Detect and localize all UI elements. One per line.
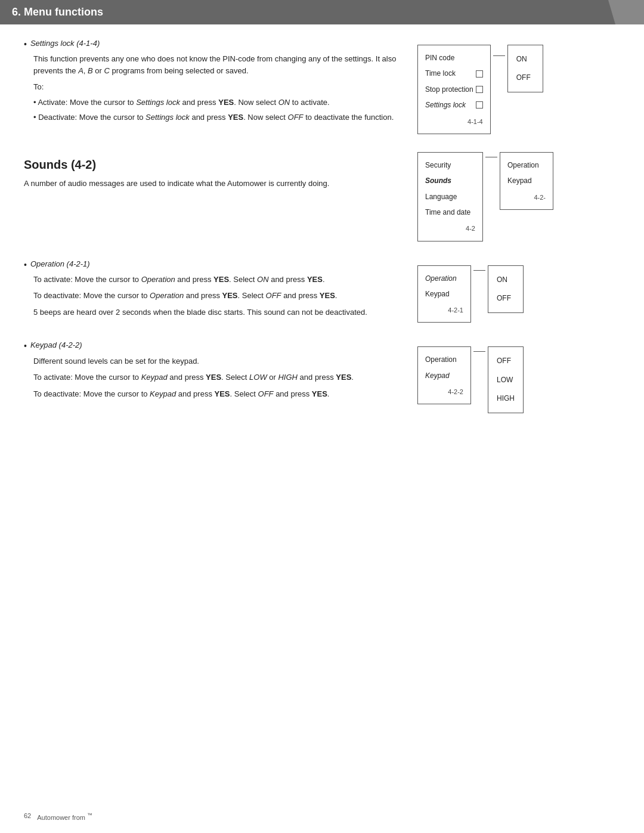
sounds-section: Sounds (4-2) A number of audio messages …	[24, 152, 620, 241]
sounds-submenu: Operation Keypad 4-2-	[500, 152, 553, 210]
kp-item-keypad: Keypad	[425, 368, 463, 383]
page-header: 6. Menu functions	[0, 0, 644, 24]
operation-options: ON OFF	[488, 265, 524, 313]
settings-lock-intro: This function prevents any one who does …	[33, 53, 405, 76]
settings-lock-heading: Settings lock (4-1-4)	[24, 39, 405, 49]
page-title: 6. Menu functions	[12, 6, 103, 18]
submenu-item-operation: Operation	[507, 157, 546, 173]
menu-item-stop-protection: Stop protection	[425, 82, 483, 97]
menu-item-time-and-date: Time and date	[425, 205, 475, 220]
sounds-intro: A number of audio messages are used to i…	[24, 178, 405, 190]
deactivate-instruction: Deactivate: Move the cursor to Settings …	[33, 112, 405, 123]
sounds-menu-diagram: Security Sounds Language Time and date 4…	[417, 152, 553, 241]
menu-code-421: 4-2-1	[425, 303, 463, 317]
operation-menu-box: Operation Keypad 4-2-1	[417, 265, 471, 323]
options-box-421: ON OFF	[488, 265, 524, 313]
options-box-422: OFF LOW HIGH	[488, 346, 524, 413]
op-item-operation: Operation	[425, 271, 463, 286]
op-item-keypad: Keypad	[425, 286, 463, 302]
operation-para2: To deactivate: Move the cursor to Operat…	[33, 290, 405, 302]
operation-text: Operation (4-2-1) To activate: Move the …	[24, 259, 405, 323]
page-footer: 62 Automower from ™	[24, 812, 92, 821]
settings-lock-menu-diagram: PIN code Time lock Stop protection Setti…	[417, 45, 543, 134]
option-on-421: ON	[497, 271, 515, 289]
menu-item-sounds: Sounds	[425, 173, 475, 188]
operation-heading: Operation (4-2-1)	[24, 259, 405, 270]
keypad-para1: Different sound levels can be set for th…	[33, 355, 405, 367]
operation-para1: To activate: Move the cursor to Operatio…	[33, 274, 405, 286]
option-on: ON	[516, 50, 534, 69]
kp-item-operation: Operation	[425, 352, 463, 367]
settings-lock-text: Settings lock (4-1-4) This function prev…	[24, 39, 405, 127]
page-number: 62	[24, 812, 31, 821]
menu-code-414: 4-1-4	[425, 114, 483, 129]
keypad-options: OFF LOW HIGH	[488, 346, 524, 413]
footer-text: Automower from ™	[37, 812, 92, 821]
keypad-para2: To activate: Move the cursor to Keypad a…	[33, 371, 405, 383]
menu-item-settings-lock: Settings lock	[425, 97, 483, 113]
keypad-section: Keypad (4-2-2) Different sound levels ca…	[24, 340, 620, 413]
operation-diagram: Operation Keypad 4-2-1 ON OFF	[417, 259, 620, 323]
sounds-submenu-box: Operation Keypad 4-2-	[500, 152, 553, 210]
to-label: To:	[33, 81, 405, 93]
submenu-item-keypad: Keypad	[507, 173, 546, 188]
operation-menu-diagram: Operation Keypad 4-2-1 ON OFF	[417, 265, 524, 323]
settings-lock-checkbox	[476, 101, 483, 109]
menu-item-time-lock: Time lock	[425, 66, 483, 81]
operation-para3: 5 beeps are heard over 2 seconds when th…	[33, 306, 405, 318]
option-high-422: HIGH	[497, 389, 515, 408]
settings-lock-options: ON OFF	[507, 45, 543, 92]
sounds-menu-box: Security Sounds Language Time and date 4…	[417, 152, 483, 241]
menu-code-422: 4-2-2	[425, 385, 463, 399]
time-lock-checkbox	[476, 70, 483, 78]
options-box-onoff: ON OFF	[507, 45, 543, 92]
menu-item-language: Language	[425, 189, 475, 205]
keypad-text: Keypad (4-2-2) Different sound levels ca…	[24, 340, 405, 404]
connector-414	[493, 45, 505, 56]
operation-section: Operation (4-2-1) To activate: Move the …	[24, 259, 620, 323]
activate-instruction: Activate: Move the cursor to Settings lo…	[33, 97, 405, 109]
keypad-menu-box: Operation Keypad 4-2-2	[417, 346, 471, 404]
settings-lock-diagram: PIN code Time lock Stop protection Setti…	[417, 39, 620, 134]
keypad-heading: Keypad (4-2-2)	[24, 340, 405, 351]
option-off: OFF	[516, 69, 534, 87]
menu-item-pin-code: PIN code	[425, 50, 483, 66]
keypad-diagram: Operation Keypad 4-2-2 OFF LOW	[417, 340, 620, 413]
connector-422	[473, 346, 485, 352]
menu-code-42sub: 4-2-	[507, 190, 546, 205]
sounds-heading: Sounds (4-2)	[24, 158, 405, 172]
menu-item-security: Security	[425, 157, 475, 173]
keypad-para3: To deactivate: Move the cursor to Keypad…	[33, 388, 405, 400]
menu-code-42: 4-2	[425, 221, 475, 236]
connector-42	[485, 152, 497, 157]
sounds-diagram: Security Sounds Language Time and date 4…	[417, 152, 620, 241]
stop-protection-checkbox	[476, 86, 483, 93]
connector-421	[473, 265, 485, 271]
keypad-menu-diagram: Operation Keypad 4-2-2 OFF LOW	[417, 346, 524, 413]
settings-lock-section: Settings lock (4-1-4) This function prev…	[24, 39, 620, 134]
option-off-421: OFF	[497, 289, 515, 308]
option-off-422: OFF	[497, 352, 515, 370]
settings-lock-menu-box: PIN code Time lock Stop protection Setti…	[417, 45, 491, 134]
sounds-text: Sounds (4-2) A number of audio messages …	[24, 152, 405, 194]
option-low-422: LOW	[497, 371, 515, 389]
